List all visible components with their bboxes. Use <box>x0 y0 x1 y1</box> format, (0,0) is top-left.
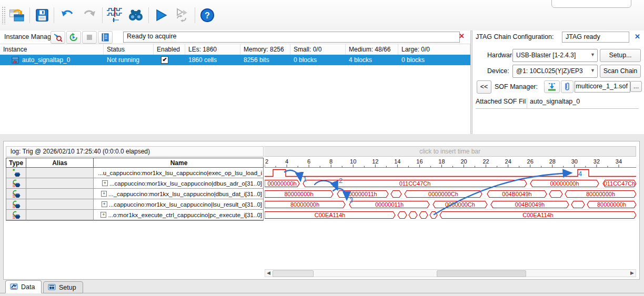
signal-name-cell[interactable]: +...cappuccino:mor1kx_lsu_cappuccino|lsu… <box>94 199 263 209</box>
signal-name-cell[interactable]: ...u_cappuccino:mor1kx_lsu_cappuccino|ex… <box>94 168 263 178</box>
hardware-value: USB-Blaster [1-2.4.3] <box>516 52 576 59</box>
run-analysis-icon[interactable] <box>152 5 170 25</box>
tab-setup-label: Setup <box>59 284 76 291</box>
device-select[interactable]: @1: 10CL025(Y|Z)/EP3 ▼ <box>512 65 598 78</box>
signal-row[interactable]: +...cappuccino:mor1kx_lsu_cappuccino|dbu… <box>6 178 263 189</box>
toolbar-grip-handle[interactable] <box>2 6 5 24</box>
collapse-sof-button[interactable]: << <box>477 80 491 94</box>
svg-text:30: 30 <box>571 158 578 165</box>
signal-type-cell <box>6 199 26 209</box>
scrollbar-thumb[interactable] <box>437 270 526 277</box>
report-button[interactable] <box>98 31 113 44</box>
signal-name-cell[interactable]: +..._cappuccino:mor1kx_lsu_cappuccino|db… <box>94 189 263 199</box>
svg-text:1: 1 <box>303 175 307 183</box>
jtag-title: JTAG Chain Configuration: <box>476 33 554 40</box>
attached-sof-label: Attached SOF Fil <box>476 98 527 108</box>
signal-row[interactable]: +..._cappuccino:mor1kx_lsu_cappuccino|db… <box>6 189 263 199</box>
bottom-tab-bar: Data Setup <box>0 280 644 293</box>
signal-name-cell[interactable]: +...o:mor1kx_execute_ctrl_cappuccino|pc_… <box>94 210 263 220</box>
svg-text:28: 28 <box>549 158 556 165</box>
expand-icon[interactable]: + <box>101 191 107 197</box>
col-small[interactable]: Small: 0/0 <box>290 44 346 55</box>
large-cell: 0 blocks <box>398 55 470 65</box>
col-instance[interactable]: Instance <box>0 44 104 55</box>
svg-text:4: 4 <box>285 158 288 165</box>
hardware-select[interactable]: USB-Blaster [1-2.4.3] ▼ <box>512 49 598 62</box>
close-jtag-pane-icon[interactable]: ✕ <box>635 33 640 40</box>
col-les[interactable]: LEs: 1860 <box>185 44 240 55</box>
signal-name-cell[interactable]: +...cappuccino:mor1kx_lsu_cappuccino|dbu… <box>94 178 263 188</box>
col-enabled[interactable]: Enabled <box>154 44 185 55</box>
redo-icon[interactable] <box>80 5 99 25</box>
scrollbar-segment[interactable] <box>273 270 314 277</box>
svg-text:18: 18 <box>438 158 445 165</box>
run-analysis-button[interactable] <box>51 31 65 44</box>
svg-text:?: ? <box>205 11 210 20</box>
col-name[interactable]: Name <box>94 158 264 167</box>
col-memory[interactable]: Memory: 8256 <box>240 44 290 55</box>
col-status[interactable]: Status <box>104 44 154 55</box>
svg-text:34: 34 <box>616 158 622 165</box>
scan-chain-button[interactable]: Scan Chain <box>600 65 641 78</box>
toolbar-search-box[interactable] <box>551 0 631 8</box>
svg-text:14: 14 <box>394 158 400 165</box>
expand-icon[interactable]: + <box>100 212 106 218</box>
autorun-analysis-button[interactable] <box>66 31 81 44</box>
scroll-left-icon[interactable]: ◀ <box>265 270 272 277</box>
svg-text:C00EA114h: C00EA114h <box>315 212 346 218</box>
tab-data[interactable]: Data <box>5 280 42 293</box>
stop-analysis-button[interactable] <box>82 31 97 44</box>
signal-alias-cell <box>26 199 94 209</box>
svg-text:C00EA114h: C00EA114h <box>522 212 554 218</box>
waveform-horizontal-scrollbar[interactable]: ◀ ▶ <box>265 269 636 277</box>
signal-name-text: ...cappuccino:mor1kx_lsu_cappuccino|dbus… <box>109 180 262 187</box>
tab-data-label: Data <box>21 283 35 291</box>
col-alias[interactable]: Alias <box>26 158 94 167</box>
browse-sof-button[interactable]: ... <box>630 81 642 92</box>
trigger-position-icon[interactable] <box>105 5 124 25</box>
setup-button[interactable]: Setup... <box>600 49 641 62</box>
waveform-plot[interactable]: 24681012141618202224262830323400000000h0… <box>265 158 636 220</box>
svg-text:0000000Ch: 0000000Ch <box>428 191 458 197</box>
signal-row[interactable]: +...o:mor1kx_execute_ctrl_cappuccino|pc_… <box>6 210 263 220</box>
instance-cell[interactable]: auto_signaltap_0 <box>0 55 104 65</box>
autorun-analysis-icon[interactable] <box>173 5 192 25</box>
signal-row[interactable]: *...u_cappuccino:mor1kx_lsu_cappuccino|e… <box>6 168 263 178</box>
program-sof-icon <box>547 82 557 91</box>
col-type[interactable]: Type <box>6 158 26 167</box>
col-large[interactable]: Large: 0/0 <box>398 44 470 55</box>
scroll-right-icon[interactable]: ▶ <box>629 270 636 277</box>
bus-node-icon <box>12 200 21 209</box>
status-cell: Not running <box>104 55 154 65</box>
svg-text:011CC47Ch: 011CC47Ch <box>604 180 636 187</box>
instance-table-row[interactable]: auto_signaltap_0 Not running ✔ 1860 cell… <box>0 55 470 65</box>
enabled-checkbox[interactable]: ✔ <box>161 56 168 64</box>
svg-text:011CC47Ch: 011CC47Ch <box>399 180 431 187</box>
tab-setup[interactable]: Setup <box>43 281 83 293</box>
col-medium[interactable]: Medium: 48/66 <box>346 44 398 55</box>
svg-text:80000000h: 80000000h <box>290 201 319 208</box>
signal-row[interactable]: +...cappuccino:mor1kx_lsu_cappuccino|lsu… <box>6 199 263 210</box>
svg-text:3: 3 <box>349 196 353 204</box>
signal-type-cell <box>6 178 26 188</box>
expand-icon[interactable]: + <box>102 201 107 207</box>
program-sof-button[interactable] <box>544 80 560 93</box>
svg-text:22: 22 <box>482 158 489 165</box>
save-icon[interactable] <box>33 5 52 25</box>
insert-timebar-hint[interactable]: click to insert time bar <box>264 146 636 157</box>
find-icon[interactable] <box>126 5 145 25</box>
close-instance-manager-icon[interactable]: ✕ <box>459 32 465 40</box>
instance-manager-header: Instance Manager: <box>0 30 470 44</box>
jtag-status-field: JTAG ready <box>562 32 629 43</box>
sof-file-field[interactable]: multicore_1_1.sof <box>575 81 630 93</box>
expand-icon[interactable]: + <box>102 180 108 186</box>
undo-icon[interactable] <box>58 5 77 25</box>
signal-table-header: Type Alias Name <box>6 158 264 168</box>
help-icon[interactable]: ? <box>198 5 217 25</box>
acquisition-status-field: Ready to acquire <box>123 32 460 43</box>
jtag-chain-pane: JTAG Chain Configuration: JTAG ready ✕ H… <box>472 30 644 135</box>
signal-name-text: ...u_cappuccino:mor1kx_lsu_cappuccino|ex… <box>98 170 262 176</box>
overlay-windows-icon[interactable] <box>7 5 26 25</box>
svg-text:80000000h: 80000000h <box>284 191 313 197</box>
attach-sof-button[interactable] <box>561 80 573 93</box>
